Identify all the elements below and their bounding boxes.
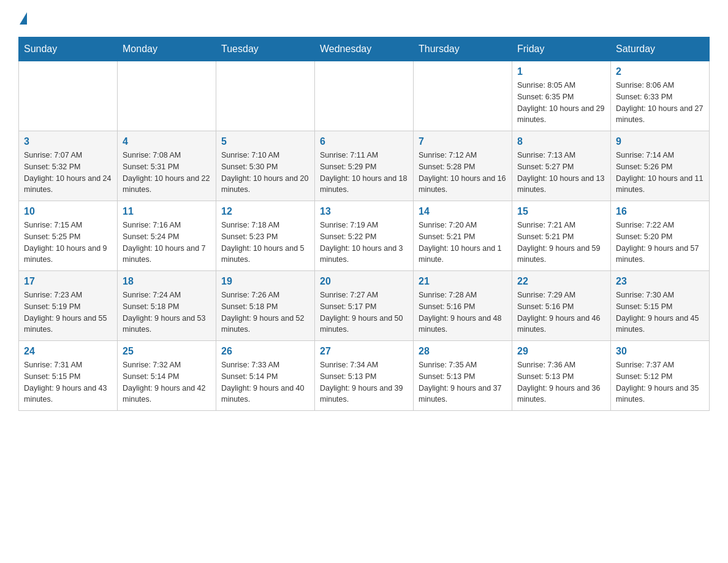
calendar-day-cell: 20Sunrise: 7:27 AM Sunset: 5:17 PM Dayli… [315,271,414,341]
calendar-day-cell: 5Sunrise: 7:10 AM Sunset: 5:30 PM Daylig… [216,131,315,201]
calendar-day-cell: 7Sunrise: 7:12 AM Sunset: 5:28 PM Daylig… [414,131,512,201]
day-number: 2 [616,66,704,77]
day-info: Sunrise: 7:26 AM Sunset: 5:18 PM Dayligh… [221,289,309,335]
calendar-day-cell: 2Sunrise: 8:06 AM Sunset: 6:33 PM Daylig… [611,61,710,131]
calendar-day-cell: 6Sunrise: 7:11 AM Sunset: 5:29 PM Daylig… [315,131,414,201]
day-info: Sunrise: 7:15 AM Sunset: 5:25 PM Dayligh… [24,220,112,266]
day-number: 27 [320,346,408,357]
day-number: 26 [221,346,309,357]
day-number: 3 [24,136,112,147]
calendar-week-row: 10Sunrise: 7:15 AM Sunset: 5:25 PM Dayli… [19,201,710,271]
day-number: 7 [419,136,507,147]
calendar-day-cell [315,61,414,131]
calendar-day-cell: 18Sunrise: 7:24 AM Sunset: 5:18 PM Dayli… [118,271,216,341]
day-number: 13 [320,206,408,217]
calendar-day-cell: 30Sunrise: 7:37 AM Sunset: 5:12 PM Dayli… [611,341,710,411]
day-number: 16 [616,206,704,217]
logo-triangle-icon [20,12,27,25]
day-info: Sunrise: 7:07 AM Sunset: 5:32 PM Dayligh… [24,150,112,196]
calendar-day-cell: 25Sunrise: 7:32 AM Sunset: 5:14 PM Dayli… [118,341,216,411]
day-number: 30 [616,346,704,357]
calendar-week-row: 3Sunrise: 7:07 AM Sunset: 5:32 PM Daylig… [19,131,710,201]
day-number: 9 [616,136,704,147]
day-number: 11 [123,206,211,217]
day-info: Sunrise: 7:22 AM Sunset: 5:20 PM Dayligh… [616,220,704,266]
day-info: Sunrise: 7:29 AM Sunset: 5:16 PM Dayligh… [517,289,605,335]
day-info: Sunrise: 7:21 AM Sunset: 5:21 PM Dayligh… [517,220,605,266]
calendar-day-cell: 10Sunrise: 7:15 AM Sunset: 5:25 PM Dayli… [19,201,118,271]
calendar-day-cell: 28Sunrise: 7:35 AM Sunset: 5:13 PM Dayli… [414,341,512,411]
calendar-day-cell: 3Sunrise: 7:07 AM Sunset: 5:32 PM Daylig… [19,131,118,201]
day-info: Sunrise: 7:36 AM Sunset: 5:13 PM Dayligh… [517,359,605,405]
day-info: Sunrise: 7:14 AM Sunset: 5:26 PM Dayligh… [616,150,704,196]
day-number: 14 [419,206,507,217]
day-info: Sunrise: 7:18 AM Sunset: 5:23 PM Dayligh… [221,220,309,266]
day-number: 23 [616,276,704,287]
day-info: Sunrise: 7:20 AM Sunset: 5:21 PM Dayligh… [419,220,507,266]
day-number: 10 [24,206,112,217]
calendar-day-cell: 29Sunrise: 7:36 AM Sunset: 5:13 PM Dayli… [512,341,611,411]
calendar-day-cell: 15Sunrise: 7:21 AM Sunset: 5:21 PM Dayli… [512,201,611,271]
day-info: Sunrise: 7:30 AM Sunset: 5:15 PM Dayligh… [616,289,704,335]
weekday-header-tuesday: Tuesday [216,37,315,61]
weekday-header-wednesday: Wednesday [315,37,414,61]
calendar-day-cell: 17Sunrise: 7:23 AM Sunset: 5:19 PM Dayli… [19,271,118,341]
day-number: 15 [517,206,605,217]
calendar-week-row: 17Sunrise: 7:23 AM Sunset: 5:19 PM Dayli… [19,271,710,341]
calendar-day-cell: 11Sunrise: 7:16 AM Sunset: 5:24 PM Dayli… [118,201,216,271]
day-info: Sunrise: 7:23 AM Sunset: 5:19 PM Dayligh… [24,289,112,335]
day-info: Sunrise: 7:13 AM Sunset: 5:27 PM Dayligh… [517,150,605,196]
day-info: Sunrise: 7:32 AM Sunset: 5:14 PM Dayligh… [123,359,211,405]
calendar-day-cell [414,61,512,131]
day-number: 18 [123,276,211,287]
calendar-day-cell: 26Sunrise: 7:33 AM Sunset: 5:14 PM Dayli… [216,341,315,411]
day-number: 22 [517,276,605,287]
day-number: 12 [221,206,309,217]
day-info: Sunrise: 7:37 AM Sunset: 5:12 PM Dayligh… [616,359,704,405]
day-number: 20 [320,276,408,287]
day-info: Sunrise: 7:19 AM Sunset: 5:22 PM Dayligh… [320,220,408,266]
day-info: Sunrise: 7:28 AM Sunset: 5:16 PM Dayligh… [419,289,507,335]
calendar-day-cell: 19Sunrise: 7:26 AM Sunset: 5:18 PM Dayli… [216,271,315,341]
day-number: 21 [419,276,507,287]
calendar-day-cell: 27Sunrise: 7:34 AM Sunset: 5:13 PM Dayli… [315,341,414,411]
calendar-day-cell: 14Sunrise: 7:20 AM Sunset: 5:21 PM Dayli… [414,201,512,271]
day-number: 29 [517,346,605,357]
day-info: Sunrise: 7:31 AM Sunset: 5:15 PM Dayligh… [24,359,112,405]
calendar-day-cell: 13Sunrise: 7:19 AM Sunset: 5:22 PM Dayli… [315,201,414,271]
day-info: Sunrise: 7:11 AM Sunset: 5:29 PM Dayligh… [320,150,408,196]
calendar-day-cell: 24Sunrise: 7:31 AM Sunset: 5:15 PM Dayli… [19,341,118,411]
calendar-day-cell: 21Sunrise: 7:28 AM Sunset: 5:16 PM Dayli… [414,271,512,341]
page-header [18,12,710,25]
calendar-day-cell: 1Sunrise: 8:05 AM Sunset: 6:35 PM Daylig… [512,61,611,131]
calendar-day-cell: 16Sunrise: 7:22 AM Sunset: 5:20 PM Dayli… [611,201,710,271]
day-number: 19 [221,276,309,287]
day-number: 25 [123,346,211,357]
calendar-day-cell: 9Sunrise: 7:14 AM Sunset: 5:26 PM Daylig… [611,131,710,201]
weekday-header-friday: Friday [512,37,611,61]
day-info: Sunrise: 7:10 AM Sunset: 5:30 PM Dayligh… [221,150,309,196]
weekday-header-sunday: Sunday [19,37,118,61]
day-info: Sunrise: 7:33 AM Sunset: 5:14 PM Dayligh… [221,359,309,405]
day-info: Sunrise: 7:27 AM Sunset: 5:17 PM Dayligh… [320,289,408,335]
calendar-table: SundayMondayTuesdayWednesdayThursdayFrid… [18,37,710,411]
calendar-day-cell [216,61,315,131]
day-number: 6 [320,136,408,147]
calendar-day-cell: 22Sunrise: 7:29 AM Sunset: 5:16 PM Dayli… [512,271,611,341]
day-number: 28 [419,346,507,357]
weekday-header-thursday: Thursday [414,37,512,61]
day-number: 17 [24,276,112,287]
calendar-day-cell: 8Sunrise: 7:13 AM Sunset: 5:27 PM Daylig… [512,131,611,201]
day-number: 5 [221,136,309,147]
calendar-day-cell: 23Sunrise: 7:30 AM Sunset: 5:15 PM Dayli… [611,271,710,341]
calendar-day-cell [19,61,118,131]
day-number: 8 [517,136,605,147]
day-info: Sunrise: 8:06 AM Sunset: 6:33 PM Dayligh… [616,80,704,126]
weekday-header-monday: Monday [118,37,216,61]
day-info: Sunrise: 7:12 AM Sunset: 5:28 PM Dayligh… [419,150,507,196]
day-info: Sunrise: 7:16 AM Sunset: 5:24 PM Dayligh… [123,220,211,266]
calendar-week-row: 1Sunrise: 8:05 AM Sunset: 6:35 PM Daylig… [19,61,710,131]
day-info: Sunrise: 7:08 AM Sunset: 5:31 PM Dayligh… [123,150,211,196]
day-number: 1 [517,66,605,77]
calendar-day-cell [118,61,216,131]
